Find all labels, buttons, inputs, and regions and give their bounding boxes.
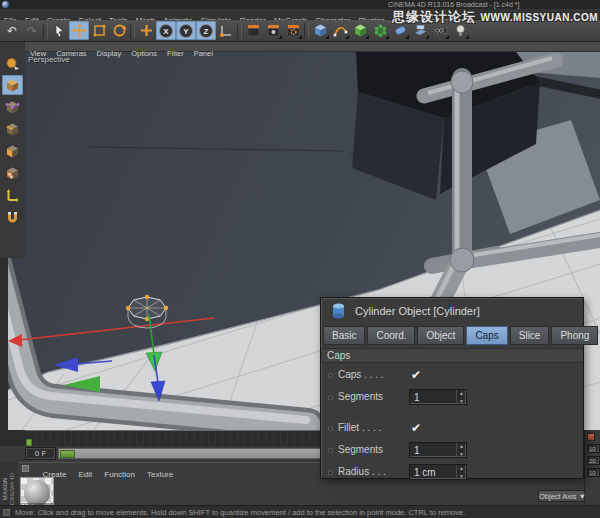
timeline-tick-label: 20	[172, 432, 179, 439]
stepper-arrows[interactable]	[456, 465, 466, 479]
axis-mode-icon[interactable]	[2, 185, 23, 205]
checkbox[interactable]: ✔	[411, 368, 421, 382]
timeline-tick-label: 30	[244, 432, 251, 439]
timeline-tick-label: 0	[28, 432, 32, 439]
current-frame-field[interactable]: 0 F	[25, 447, 56, 460]
object-axis-dropdown[interactable]: Object Axis ▼	[538, 490, 585, 502]
stepper-arrows[interactable]	[456, 390, 466, 404]
attr-label: Radius . . .	[338, 466, 386, 477]
toolbar-separator	[130, 23, 135, 39]
keyframe-dot[interactable]	[328, 470, 333, 475]
polygons-mode-icon[interactable]	[2, 141, 23, 161]
attr-label: Segments	[338, 391, 383, 402]
timeline-tick-label: 25	[208, 432, 215, 439]
render-settings-icon[interactable]	[283, 21, 303, 40]
attr-row-segments: Segments1	[321, 441, 583, 463]
coord-value-field[interactable]: 10	[587, 444, 600, 453]
spline-pen-icon[interactable]	[330, 21, 350, 40]
coord-value-field[interactable]: 10	[587, 468, 600, 477]
frame-zero-marker[interactable]	[26, 439, 32, 446]
checkbox[interactable]: ✔	[411, 421, 421, 435]
timeline-tick-label: 35	[280, 432, 287, 439]
select-cursor-icon[interactable]	[49, 21, 69, 40]
z-lock-icon[interactable]: Z	[196, 21, 216, 40]
render-view-icon[interactable]	[243, 21, 263, 40]
stepper-arrows[interactable]	[456, 443, 466, 457]
viewport-view-label[interactable]: Perspective	[28, 55, 70, 64]
coord-value-field[interactable]: 20	[587, 456, 600, 465]
attribute-panel-title: Cylinder Object [Cylinder]	[355, 305, 480, 317]
move-tool-icon[interactable]	[69, 21, 89, 40]
attr-label: Fillet . . . .	[338, 422, 381, 433]
viewport-menu-item[interactable]: Display	[92, 49, 127, 59]
viewport-menubar: ViewCamerasDisplayOptionsFilterPanel	[25, 42, 600, 52]
viewport-menu-item[interactable]: Filter	[162, 49, 189, 59]
undo-icon[interactable]: ↶	[2, 21, 22, 40]
keyframe-dot[interactable]	[328, 395, 333, 400]
texture-mode-icon[interactable]	[2, 163, 23, 183]
timeline-tick-label: 5	[64, 432, 68, 439]
environment-icon[interactable]	[390, 21, 410, 40]
attribute-tabs: BasicCoord.ObjectCapsSlicePhong	[323, 326, 583, 346]
attribute-tab[interactable]: Caps	[466, 326, 507, 345]
main-menubar: FileEditCreateSelectToolsMeshAnimateSimu…	[0, 9, 600, 20]
attribute-tab[interactable]: Object	[417, 326, 464, 345]
attr-label: Segments	[338, 444, 383, 455]
viewport-menu-item[interactable]: Panel	[189, 49, 218, 59]
y-lock-icon[interactable]: Y	[176, 21, 196, 40]
snap-magnet-icon[interactable]	[2, 207, 23, 227]
attr-rows: Caps . . . .✔Segments1Fillet . . . .✔Seg…	[321, 366, 583, 485]
render-picture-icon[interactable]	[263, 21, 283, 40]
model-mode-icon[interactable]	[2, 75, 23, 95]
keyframe-dot[interactable]	[328, 373, 333, 378]
material-menu-item[interactable]: Edit	[72, 469, 98, 481]
z-label: Z	[204, 27, 209, 36]
app-logo-icon	[2, 1, 9, 8]
attribute-panel-title-row[interactable]: Cylinder Object [Cylinder]	[321, 298, 583, 325]
keyframe-dot[interactable]	[328, 448, 333, 453]
coordinates-icon	[587, 433, 595, 441]
light-icon[interactable]	[450, 21, 470, 40]
x-lock-icon[interactable]: X	[156, 21, 176, 40]
attribute-panel: Cylinder Object [Cylinder] BasicCoord.Ob…	[320, 297, 584, 479]
maxon-branding-strip: MAXON CINEMA 4D	[0, 462, 18, 505]
edges-mode-icon[interactable]	[2, 119, 23, 139]
keyframe-dot[interactable]	[328, 426, 333, 431]
rotate-tool-icon[interactable]	[109, 21, 129, 40]
attr-label: Caps . . . .	[338, 369, 384, 380]
attr-row-fillet: Fillet . . . .✔	[321, 419, 583, 441]
attribute-tab[interactable]: Slice	[510, 326, 550, 345]
material-menu-item[interactable]: Function	[98, 469, 141, 481]
primitive-cube-icon[interactable]	[310, 21, 330, 40]
last-tool-icon[interactable]	[136, 21, 156, 40]
section-header: Caps	[321, 348, 583, 363]
value-field[interactable]: 1	[409, 442, 467, 458]
deformer-icon[interactable]	[370, 21, 390, 40]
points-mode-icon[interactable]	[2, 97, 23, 117]
redo-icon[interactable]: ↷	[22, 21, 42, 40]
toolbar-separator	[43, 23, 48, 39]
make-editable-icon[interactable]	[2, 53, 23, 73]
floor-icon[interactable]	[410, 21, 430, 40]
value-field[interactable]: 1	[409, 389, 467, 405]
attr-row-radius: Radius . . .1 cm	[321, 463, 583, 485]
x-label: X	[163, 27, 169, 36]
viewport-menu-item[interactable]: Options	[126, 49, 162, 59]
window-title: CINEMA 4D R13.016 Broadcast - [1.c4d *]	[388, 1, 520, 8]
scale-tool-icon[interactable]	[89, 21, 109, 40]
attribute-tab[interactable]: Coord.	[367, 326, 415, 345]
brand-line1: MAXON	[2, 478, 8, 500]
timeline-tick-label: 10	[100, 432, 107, 439]
material-menu-item[interactable]: Texture	[141, 469, 179, 481]
material-menu-icon[interactable]	[22, 465, 29, 472]
camera-icon[interactable]	[430, 21, 450, 40]
value-field[interactable]: 1 cm	[409, 464, 467, 480]
timeline-tick-label: 15	[136, 432, 143, 439]
attribute-tab[interactable]: Basic	[323, 326, 365, 345]
title-bar: CINEMA 4D R13.016 Broadcast - [1.c4d *]	[0, 0, 600, 9]
mograph-icon[interactable]	[350, 21, 370, 40]
attribute-tab[interactable]: Phong	[551, 326, 598, 345]
y-label: Y	[183, 27, 189, 36]
timeline-slider-thumb[interactable]	[60, 450, 75, 458]
coord-system-icon[interactable]	[216, 21, 236, 40]
